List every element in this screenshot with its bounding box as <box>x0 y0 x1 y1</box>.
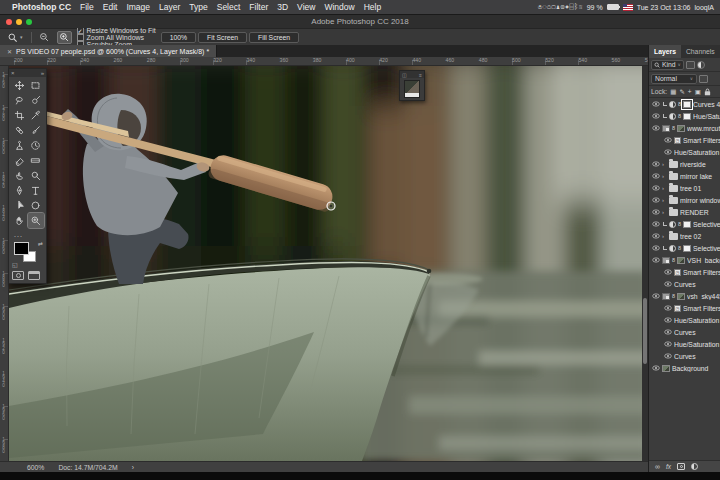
layer-row-vsh-background[interactable]: 8VSH_background <box>649 254 720 266</box>
layer-mask-thumbnail[interactable] <box>683 245 691 252</box>
layer-name[interactable]: mirror lake <box>680 173 720 180</box>
eye-toggle[interactable] <box>663 137 672 143</box>
group-collapse-icon[interactable]: › <box>662 173 667 179</box>
path-selection-tool[interactable] <box>11 198 28 213</box>
menu-help[interactable]: Help <box>364 2 381 12</box>
eye-toggle[interactable] <box>663 281 672 287</box>
canvas-area[interactable]: 1760178018001820184018601880190019201940… <box>0 66 648 461</box>
visibility-eye-icon[interactable] <box>652 209 660 215</box>
lock-transparency-icon[interactable]: ▦ <box>670 88 676 96</box>
eye-toggle[interactable] <box>651 233 660 239</box>
layer-name[interactable]: Smart Filters <box>683 305 720 312</box>
canvas-vertical-scrollbar[interactable] <box>642 66 648 461</box>
layer-row-vsh-sky445[interactable]: 8vsh_sky445 <box>649 290 720 302</box>
layer-name[interactable]: Smart Filters <box>683 137 720 144</box>
visibility-eye-icon[interactable] <box>664 281 672 287</box>
visibility-eye-icon[interactable] <box>664 341 672 347</box>
layer-name[interactable]: Smart Filters <box>683 269 720 276</box>
gradient-tool[interactable] <box>28 153 45 168</box>
layer-row-riverside[interactable]: ›riverside <box>649 158 720 170</box>
visibility-eye-icon[interactable] <box>664 137 672 143</box>
eraser-tool[interactable] <box>11 153 28 168</box>
brush-tool[interactable] <box>28 123 45 138</box>
history-brush-tool[interactable] <box>28 138 45 153</box>
layer-row-background[interactable]: Background <box>649 362 720 374</box>
group-collapse-icon[interactable]: › <box>662 185 667 191</box>
visibility-eye-icon[interactable] <box>652 293 660 299</box>
minimize-window-button[interactable] <box>16 19 22 25</box>
checkbox-box[interactable] <box>77 34 84 41</box>
horizontal-ruler[interactable]: 2002202402602803003203403603804004204404… <box>0 57 648 66</box>
layer-name[interactable]: Hue/Saturation <box>674 341 720 348</box>
wifi-icon[interactable]: ≋ <box>578 2 583 11</box>
layer-row-hue-saturation[interactable]: Hue/Saturation <box>649 338 720 350</box>
layer-row-tree-02[interactable]: ›tree 02 <box>649 230 720 242</box>
button-fit-screen[interactable]: Fit Screen <box>198 32 247 43</box>
document-tab[interactable]: ✕ PS VIDEO 07 people.psd @ 600% (Curves … <box>0 45 217 57</box>
zoom-tool[interactable] <box>28 213 45 228</box>
lock-pixels-icon[interactable]: ✎ <box>679 88 684 96</box>
button-fill-screen[interactable]: Fill Screen <box>249 32 299 43</box>
layer-style-icon[interactable]: fx <box>666 463 671 470</box>
menu-filter[interactable]: Filter <box>249 2 268 12</box>
eye-toggle[interactable] <box>651 257 660 263</box>
filter-pixel-layers-icon[interactable] <box>686 61 695 69</box>
visibility-eye-icon[interactable] <box>652 233 660 239</box>
blend-mode-dropdown[interactable]: Normal ∨ <box>651 74 697 84</box>
visibility-eye-icon[interactable] <box>652 245 660 251</box>
button-100-[interactable]: 100% <box>161 32 196 43</box>
opacity-field[interactable] <box>699 75 708 83</box>
move-tool[interactable] <box>11 78 28 93</box>
eye-toggle[interactable] <box>663 341 672 347</box>
crop-tool[interactable] <box>11 108 28 123</box>
eye-toggle[interactable] <box>651 221 660 227</box>
menu-file[interactable]: File <box>80 2 94 12</box>
visibility-eye-icon[interactable] <box>652 161 660 167</box>
palette-close-icon[interactable]: × <box>11 70 15 76</box>
edit-toolbar-button[interactable]: ... <box>9 229 46 239</box>
layer-thumbnail[interactable] <box>662 365 670 372</box>
eye-toggle[interactable] <box>663 149 672 155</box>
layer-name[interactable]: Hue/Saturation <box>693 113 720 120</box>
layer-name[interactable]: www.mrcutout <box>687 125 720 132</box>
layer-row-selective-color[interactable]: 8Selective Color <box>649 218 720 230</box>
tab-close-icon[interactable]: ✕ <box>7 48 12 55</box>
filter-adjustment-layers-icon[interactable] <box>697 61 705 69</box>
eye-toggle[interactable] <box>651 245 660 251</box>
input-language-flag-icon[interactable] <box>623 4 633 11</box>
link-layers-icon[interactable]: ∞ <box>655 463 660 470</box>
zoom-window-button[interactable] <box>26 19 32 25</box>
panel-thumbnail[interactable] <box>404 80 420 98</box>
layer-name[interactable]: Curves <box>674 329 720 336</box>
visibility-eye-icon[interactable] <box>652 197 660 203</box>
menu-image[interactable]: Image <box>126 2 150 12</box>
menubar-user[interactable]: looqlA <box>695 4 714 11</box>
layer-name[interactable]: mirror window <box>680 197 720 204</box>
zoom-in-button[interactable] <box>57 31 72 44</box>
ellipse-shape-tool[interactable] <box>28 198 45 213</box>
filter-kind-dropdown[interactable]: Kind ∨ <box>651 60 684 70</box>
group-collapse-icon[interactable]: › <box>662 161 667 167</box>
eye-toggle[interactable] <box>663 317 672 323</box>
visibility-eye-icon[interactable] <box>664 305 672 311</box>
spot-healing-tool[interactable] <box>11 123 28 138</box>
layer-name[interactable]: Background <box>672 365 720 372</box>
layer-name[interactable]: Curves <box>674 353 720 360</box>
menu-type[interactable]: Type <box>189 2 207 12</box>
menu-edit[interactable]: Edit <box>103 2 118 12</box>
group-collapse-icon[interactable]: › <box>662 233 667 239</box>
visibility-eye-icon[interactable] <box>664 353 672 359</box>
layer-thumbnail[interactable] <box>677 257 685 264</box>
visibility-eye-icon[interactable] <box>652 113 660 119</box>
layer-name[interactable]: Hue/Saturation <box>674 317 720 324</box>
visibility-eye-icon[interactable] <box>664 329 672 335</box>
menubar-clock[interactable]: Tue 23 Oct 13:06 <box>637 4 691 11</box>
eye-toggle[interactable] <box>651 185 660 191</box>
eyedropper-tool[interactable] <box>28 108 45 123</box>
layer-name[interactable]: Selective Color <box>693 221 720 228</box>
visibility-eye-icon[interactable] <box>652 257 660 263</box>
menu-select[interactable]: Select <box>217 2 241 12</box>
layer-row-selective-color[interactable]: 8Selective Color <box>649 242 720 254</box>
layer-row-curves[interactable]: Curves <box>649 350 720 362</box>
layer-row-mirror-lake[interactable]: ›mirror lake <box>649 170 720 182</box>
